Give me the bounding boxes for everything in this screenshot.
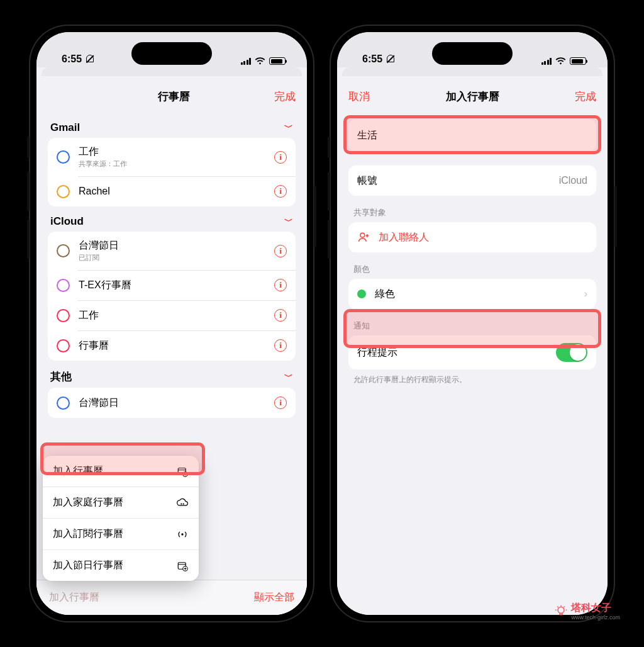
wifi-icon — [255, 57, 265, 65]
calendar-color-ring — [57, 397, 70, 410]
calendar-color-ring — [57, 185, 70, 198]
toolbar-show-all-button[interactable]: 顯示全部 — [254, 591, 294, 604]
watermark-sub: www.tech-girlz.com — [571, 615, 620, 621]
add-calendar-sheet: 取消 加入行事曆 完成 生活 帳號 — [337, 80, 608, 615]
svg-point-6 — [183, 503, 184, 504]
svg-point-13 — [360, 233, 365, 237]
calendar-sublabel: 共享來源：工作 — [79, 159, 274, 169]
wifi-icon — [555, 57, 566, 65]
color-row[interactable]: 綠色 › — [348, 279, 596, 309]
power-button — [314, 186, 316, 247]
done-button[interactable]: 完成 — [274, 89, 296, 104]
notify-card: 行程提示 — [348, 335, 596, 369]
section-title: Gmail — [50, 121, 80, 134]
silent-mode-icon — [86, 55, 94, 64]
info-icon[interactable]: i — [274, 339, 287, 352]
status-time: 6:55 — [362, 53, 382, 65]
done-button[interactable]: 完成 — [575, 89, 596, 104]
info-icon[interactable]: i — [274, 397, 287, 409]
calendar-label: 行事曆 — [79, 339, 274, 352]
volume-down-button — [328, 220, 330, 259]
side-button — [27, 137, 30, 158]
watermark: 塔科女子 www.tech-girlz.com — [555, 602, 620, 621]
calendar-row[interactable]: 工作 i — [48, 300, 296, 330]
info-icon[interactable]: i — [274, 279, 287, 291]
notify-header: 通知 — [348, 309, 596, 335]
notify-label: 行程提示 — [357, 346, 556, 359]
calendar-label: 台灣節日 — [79, 397, 274, 410]
power-button — [614, 186, 617, 247]
lightbulb-icon — [555, 605, 567, 617]
watermark-title: 塔科女子 — [571, 602, 620, 615]
popup-item-add-holiday-calendar[interactable]: 加入節日行事曆 — [43, 549, 199, 581]
info-icon[interactable]: i — [274, 151, 287, 164]
calendar-row[interactable]: Rachel i — [48, 176, 296, 206]
popup-item-add-family-calendar[interactable]: 加入家庭行事曆 — [43, 487, 199, 518]
calendar-add-icon — [176, 466, 189, 477]
bottom-toolbar: 加入行事曆 顯示全部 — [36, 580, 307, 615]
calendar-color-ring — [57, 150, 70, 164]
volume-up-button — [27, 172, 30, 211]
notify-footnote: 允許此行事曆上的行程顯示提示。 — [348, 369, 596, 390]
cancel-button[interactable]: 取消 — [348, 89, 370, 104]
volume-down-button — [27, 220, 30, 259]
popup-item-add-calendar[interactable]: 加入行事曆 — [43, 456, 199, 487]
calendar-label: 工作 — [79, 309, 274, 322]
calendar-color-ring — [57, 279, 70, 292]
chevron-down-icon: ﹀ — [284, 371, 293, 383]
sheet-backdrop — [342, 67, 602, 76]
add-contact-label: 加入聯絡人 — [379, 231, 587, 244]
calendar-row[interactable]: 行事曆 i — [48, 330, 296, 361]
calendar-row[interactable]: 工作 共享來源：工作 i — [48, 138, 296, 176]
info-icon[interactable]: i — [274, 309, 287, 322]
calendars-content: Gmail ﹀ 工作 共享來源：工作 i — [36, 113, 307, 615]
account-card: 帳號 iCloud — [348, 166, 596, 196]
account-row[interactable]: 帳號 iCloud — [348, 166, 596, 196]
toolbar-add-calendar-button[interactable]: 加入行事曆 — [49, 591, 99, 604]
account-value: iCloud — [559, 175, 587, 186]
silent-mode-icon — [386, 55, 395, 64]
calendar-row[interactable]: 台灣節日 i — [48, 388, 296, 418]
popup-item-label: 加入家庭行事曆 — [53, 496, 123, 509]
section-title: 其他 — [50, 369, 72, 384]
calendar-row[interactable]: T-EX行事曆 i — [48, 270, 296, 300]
nav-title: 行事曆 — [158, 89, 190, 104]
name-card: 生活 — [348, 119, 596, 152]
calendars-sheet: 行事曆 完成 Gmail ﹀ 工作 共享來源：工作 — [36, 80, 307, 615]
section-header-other[interactable]: 其他 ﹀ — [48, 361, 296, 388]
chevron-down-icon: ﹀ — [284, 216, 293, 227]
other-card: 台灣節日 i — [48, 388, 296, 418]
calendar-label: T-EX行事曆 — [79, 279, 274, 292]
info-icon[interactable]: i — [274, 245, 287, 257]
color-header: 顏色 — [348, 252, 596, 279]
popup-item-label: 加入行事曆 — [53, 464, 103, 478]
notify-toggle[interactable] — [556, 343, 587, 362]
dynamic-island — [432, 42, 513, 65]
section-header-gmail[interactable]: Gmail ﹀ — [48, 113, 296, 138]
calendar-row[interactable]: 台灣節日 已訂閱 i — [48, 232, 296, 270]
share-header: 共享對象 — [348, 196, 596, 222]
battery-icon — [269, 57, 286, 65]
color-label: 綠色 — [375, 288, 579, 301]
dynamic-island — [131, 42, 212, 65]
icloud-card: 台灣節日 已訂閱 i T-EX行事曆 i 工作 — [48, 232, 296, 361]
svg-line-21 — [564, 607, 565, 607]
sheet-backdrop — [42, 67, 302, 76]
gmail-card: 工作 共享來源：工作 i Rachel i — [48, 138, 296, 206]
section-header-icloud[interactable]: iCloud ﹀ — [48, 206, 296, 232]
svg-line-20 — [558, 607, 558, 607]
notify-row: 行程提示 — [348, 335, 596, 369]
calendar-label: 工作 — [79, 145, 274, 159]
color-card: 綠色 › — [348, 279, 596, 309]
add-calendar-content: 生活 帳號 iCloud 共享對象 — [337, 113, 608, 615]
popup-item-add-subscription-calendar[interactable]: 加入訂閱行事曆 — [43, 518, 199, 549]
info-icon[interactable]: i — [274, 185, 287, 198]
calendar-add-icon — [176, 560, 189, 571]
svg-point-7 — [181, 533, 183, 535]
calendar-name-field[interactable]: 生活 — [348, 119, 596, 152]
status-time: 6:55 — [62, 53, 82, 65]
add-contact-row[interactable]: 加入聯絡人 — [348, 222, 596, 252]
svg-point-16 — [558, 607, 564, 613]
svg-rect-22 — [560, 613, 562, 615]
broadcast-icon — [176, 529, 189, 540]
